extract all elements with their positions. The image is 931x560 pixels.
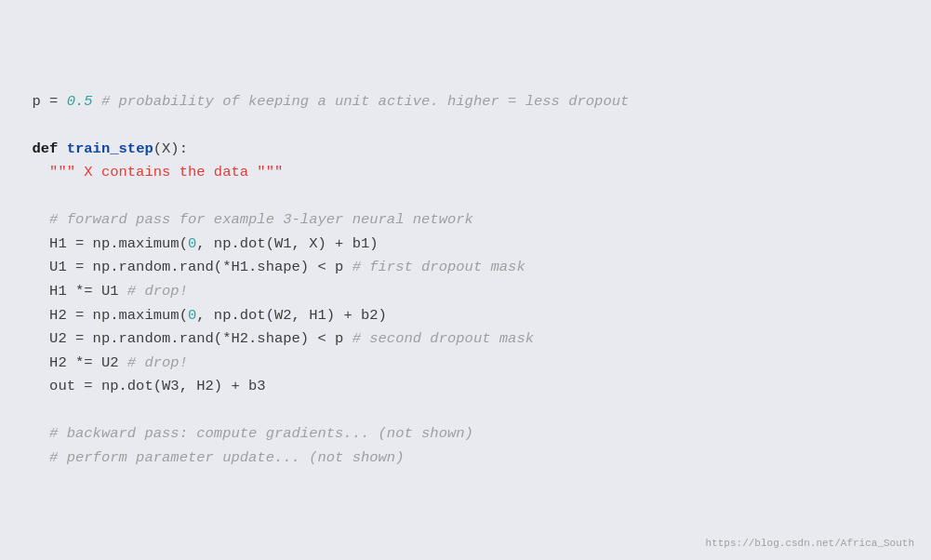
code-line: H1 *= U1 # drop! (33, 280, 899, 304)
code-token: out = np.dot(W3, H2) + b3 (33, 378, 266, 394)
code-token: U2 = np.random.rand(*H2.shape) < p (33, 330, 352, 347)
code-token: H2 *= U2 (33, 354, 127, 371)
code-token: # first dropout mask (352, 259, 525, 275)
code-token: 0 (188, 307, 196, 324)
code-line: # perform parameter update... (not shown… (33, 447, 899, 471)
code-token: H1 *= U1 (33, 283, 127, 300)
code-line: out = np.dot(W3, H2) + b3 (33, 375, 899, 399)
code-line: p = 0.5 # probability of keeping a unit … (33, 90, 899, 114)
code-token: (X): (153, 140, 188, 157)
code-token: = (41, 93, 67, 110)
code-token: train_step (67, 140, 153, 157)
code-token: , np.dot(W2, H1) + b2) (196, 307, 387, 324)
code-line: H2 = np.maximum(0, np.dot(W2, H1) + b2) (33, 304, 899, 328)
code-line: U1 = np.random.rand(*H1.shape) < p # fir… (33, 256, 899, 280)
code-token: , np.dot(W1, X) + b1) (196, 235, 378, 252)
watermark-text: https://blog.csdn.net/Africa_South (706, 538, 914, 549)
code-token: # drop! (127, 354, 188, 371)
code-token: def (33, 140, 67, 157)
code-token: p (33, 93, 41, 110)
blank-line (33, 113, 899, 138)
code-token: # perform parameter update... (not shown… (33, 449, 405, 466)
code-token: # second dropout mask (352, 330, 534, 347)
code-token: U1 = np.random.rand(*H1.shape) < p (33, 259, 352, 275)
code-token: 0 (188, 235, 196, 252)
code-line: # backward pass: compute gradients... (n… (33, 422, 899, 447)
code-line: H2 *= U2 # drop! (33, 352, 899, 376)
code-token: # drop! (127, 283, 188, 300)
code-token: 0.5 (67, 93, 93, 110)
blank-line (33, 399, 899, 423)
code-line: # forward pass for example 3-layer neura… (33, 208, 899, 233)
code-token: # probability of keeping a unit active. … (93, 93, 630, 110)
page-container: p = 0.5 # probability of keeping a unit … (0, 0, 931, 560)
code-line: H1 = np.maximum(0, np.dot(W1, X) + b1) (33, 233, 899, 257)
code-token (33, 164, 50, 180)
code-block: p = 0.5 # probability of keeping a unit … (10, 73, 922, 487)
code-token: H2 = np.maximum( (33, 307, 188, 324)
code-line: U2 = np.random.rand(*H2.shape) < p # sec… (33, 327, 899, 352)
code-line: def train_step(X): (33, 138, 899, 162)
code-token: """ X contains the data """ (49, 164, 283, 180)
blank-line (33, 185, 899, 209)
code-line: """ X contains the data """ (33, 161, 899, 185)
code-token: # backward pass: compute gradients... (n… (33, 425, 473, 442)
code-token: # forward pass for example 3-layer neura… (33, 211, 473, 228)
code-token: H1 = np.maximum( (33, 235, 188, 252)
